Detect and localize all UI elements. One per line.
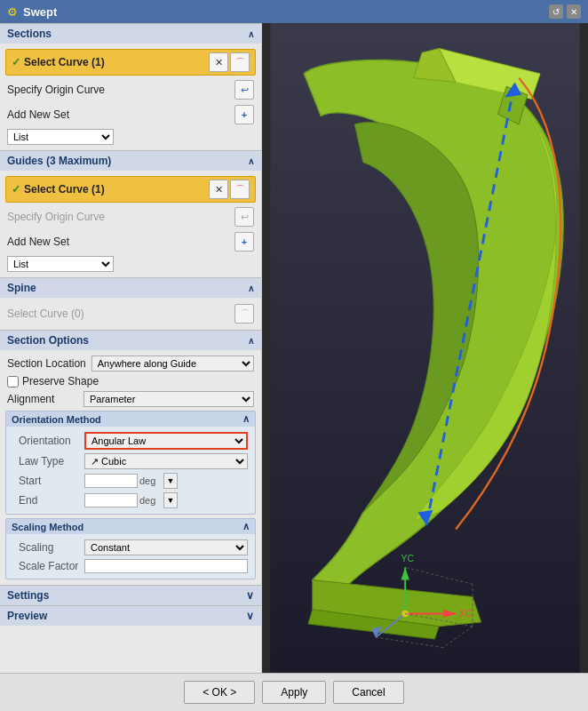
scaling-body: Scaling Constant Scale Factor 1.0000 xyxy=(6,534,255,579)
scaling-dropdown[interactable]: Constant xyxy=(84,539,248,555)
title-bar-buttons: ↺ ✕ xyxy=(549,4,581,19)
section-options-title: Section Options xyxy=(7,334,89,347)
section-location-row: Section Location Anywhere along Guide xyxy=(0,354,261,373)
reset-button[interactable]: ↺ xyxy=(549,4,563,19)
spine-title: Spine xyxy=(7,282,36,294)
preview-section[interactable]: Preview ∨ xyxy=(0,605,261,626)
end-value-wrapper: 90 deg ▼ xyxy=(84,492,178,508)
left-panel: Sections ∧ ✓ Select Curve (1) ✕ ⌒ Specif… xyxy=(0,23,262,673)
guides-title: Guides (3 Maximum) xyxy=(7,155,111,167)
spine-select-curve-row: Select Curve (0) ⌒ xyxy=(0,301,261,326)
guides-origin-btn[interactable]: ↩ xyxy=(234,207,254,227)
sections-select-curve-row[interactable]: ✓ Select Curve (1) ✕ ⌒ xyxy=(5,49,256,76)
settings-title: Settings xyxy=(7,589,49,602)
start-unit-btn[interactable]: ▼ xyxy=(163,473,178,489)
alignment-label: Alignment xyxy=(7,393,78,405)
end-input[interactable]: 90 xyxy=(84,493,138,507)
alignment-dropdown[interactable]: Parameter xyxy=(83,391,254,407)
sections-title: Sections xyxy=(7,28,52,40)
main-content: Sections ∧ ✓ Select Curve (1) ✕ ⌒ Specif… xyxy=(0,23,588,673)
end-label: End xyxy=(19,494,81,507)
guides-list-dropdown[interactable]: List xyxy=(7,256,114,272)
guides-chevron: ∧ xyxy=(248,156,254,166)
scaling-section: Scaling Method ∧ Scaling Constant xyxy=(5,518,256,579)
orientation-method-chevron: ∧ xyxy=(242,413,250,425)
preview-chevron: ∨ xyxy=(246,610,254,622)
orientation-row: Orientation Angular Law xyxy=(6,430,255,451)
scaling-label: Scaling xyxy=(19,541,81,554)
sections-chevron: ∧ xyxy=(248,29,254,39)
start-unit: deg xyxy=(139,475,162,486)
alignment-row: Alignment Parameter xyxy=(0,389,261,409)
preview-title: Preview xyxy=(7,610,47,622)
title-bar: ⚙ Swept ↺ ✕ xyxy=(0,0,588,23)
sections-specify-origin-row: Specify Origin Curve ↩ xyxy=(0,77,261,102)
spine-select-curve-label: Select Curve (0) xyxy=(7,308,231,320)
scaling-method-header[interactable]: Scaling Method ∧ xyxy=(6,519,255,534)
spine-body: Select Curve (0) ⌒ xyxy=(0,298,261,330)
guides-origin-icons: ↩ xyxy=(234,207,254,227)
guides-add-new-set-row: Add New Set + xyxy=(0,229,261,254)
spine-curve-btn[interactable]: ⌒ xyxy=(234,304,254,324)
settings-section[interactable]: Settings ∨ xyxy=(0,585,261,605)
guides-specify-origin-label: Specify Origin Curve xyxy=(7,211,231,223)
ok-button[interactable]: < OK > xyxy=(184,681,255,704)
guides-add-new-set-label: Add New Set xyxy=(7,236,231,248)
guides-icons: ✕ ⌒ xyxy=(209,180,250,199)
section-location-dropdown[interactable]: Anywhere along Guide xyxy=(91,356,254,371)
orientation-method-header[interactable]: Orientation Method ∧ xyxy=(6,411,255,427)
sections-list-row: List xyxy=(0,127,261,147)
sections-header[interactable]: Sections ∧ xyxy=(0,23,261,44)
end-unit-btn[interactable]: ▼ xyxy=(163,492,178,508)
alignment-value: Parameter xyxy=(83,391,254,407)
sections-x-btn[interactable]: ✕ xyxy=(209,52,228,72)
apply-button[interactable]: Apply xyxy=(262,681,326,704)
guides-select-curve-label: Select Curve (1) xyxy=(24,183,209,196)
start-input[interactable]: 45 xyxy=(84,474,138,488)
preserve-shape-checkbox[interactable] xyxy=(7,376,19,387)
law-type-dropdown[interactable]: ↗ Cubic xyxy=(84,453,248,469)
sections-list-dropdown[interactable]: List xyxy=(7,129,114,145)
guides-header[interactable]: Guides (3 Maximum) ∧ xyxy=(0,150,261,171)
close-button[interactable]: ✕ xyxy=(567,4,581,19)
orientation-body: Orientation Angular Law Law Type xyxy=(6,427,255,514)
guides-add-btn[interactable]: + xyxy=(234,232,254,252)
title-bar-left: ⚙ Swept xyxy=(7,5,57,19)
section-location-value: Anywhere along Guide xyxy=(91,356,254,371)
orientation-section: Orientation Method ∧ Orientation Angular… xyxy=(5,411,256,515)
sections-add-btn[interactable]: + xyxy=(234,105,254,124)
sections-curve-btn[interactable]: ⌒ xyxy=(230,52,250,72)
scale-factor-row: Scale Factor 1.0000 xyxy=(6,557,255,575)
swept-dialog: ⚙ Swept ↺ ✕ Sections ∧ ✓ Select Curve (1… xyxy=(0,0,588,711)
preserve-shape-row: Preserve Shape xyxy=(0,373,261,389)
guides-select-curve-row[interactable]: ✓ Select Curve (1) ✕ ⌒ xyxy=(5,176,256,203)
cancel-button[interactable]: Cancel xyxy=(333,681,403,704)
check-icon: ✓ xyxy=(12,56,20,68)
sections-origin-btn[interactable]: ↩ xyxy=(234,80,254,100)
scale-factor-input[interactable]: 1.0000 xyxy=(84,559,248,573)
scaling-method-title: Scaling Method xyxy=(12,522,83,532)
guides-body: ✓ Select Curve (1) ✕ ⌒ Specify Origin Cu… xyxy=(0,171,261,277)
svg-text:YC: YC xyxy=(401,554,414,563)
section-options-header[interactable]: Section Options ∧ xyxy=(0,330,261,350)
scaling-method-chevron: ∧ xyxy=(242,521,250,532)
section-options-chevron: ∧ xyxy=(248,336,254,346)
sections-icons: ✕ ⌒ xyxy=(209,52,250,72)
footer-buttons: < OK > Apply Cancel xyxy=(0,673,588,711)
scaling-value-wrapper: Constant xyxy=(84,539,248,555)
law-type-row: Law Type ↗ Cubic xyxy=(6,451,255,471)
orientation-dropdown[interactable]: Angular Law xyxy=(84,432,248,450)
settings-chevron: ∨ xyxy=(246,589,254,602)
sections-select-curve-label: Select Curve (1) xyxy=(24,56,209,68)
guides-curve-btn[interactable]: ⌒ xyxy=(230,180,250,199)
guides-x-btn[interactable]: ✕ xyxy=(209,180,228,199)
orientation-label: Orientation xyxy=(19,435,81,447)
svg-text:XC: XC xyxy=(459,609,473,619)
spine-header[interactable]: Spine ∧ xyxy=(0,277,261,298)
start-value-wrapper: 45 deg ▼ xyxy=(84,473,178,489)
sections-body: ✓ Select Curve (1) ✕ ⌒ Specify Origin Cu… xyxy=(0,44,261,150)
start-row: Start 45 deg ▼ xyxy=(6,471,255,491)
start-label: Start xyxy=(19,475,81,487)
sections-specify-origin-label: Specify Origin Curve xyxy=(7,84,231,96)
orientation-value-wrapper: Angular Law xyxy=(84,432,248,450)
